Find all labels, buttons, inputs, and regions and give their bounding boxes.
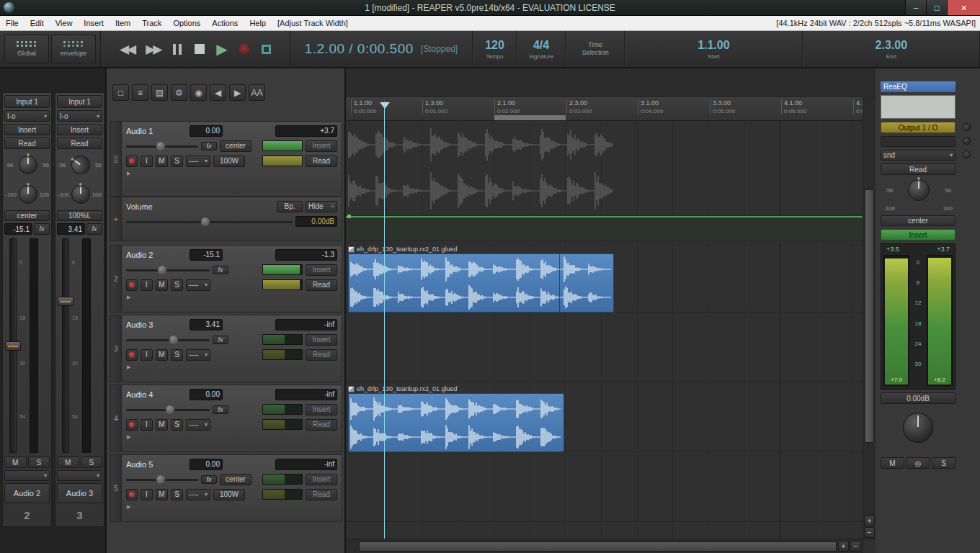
- routing-button[interactable]: I-o▾: [4, 110, 50, 122]
- record-button[interactable]: [239, 39, 250, 59]
- envelope-value[interactable]: 0.00dB: [295, 216, 337, 227]
- expand-arrow-icon[interactable]: ▶: [126, 503, 337, 511]
- pause-button[interactable]: [172, 39, 183, 59]
- audio-item-track1[interactable]: [348, 124, 614, 213]
- new-file-icon[interactable]: □: [112, 84, 129, 101]
- track-lane-2[interactable]: eh_drlp_130_tearitup.rx2_01 glued: [346, 245, 863, 313]
- fx-chain-empty[interactable]: [881, 95, 956, 119]
- track-volume-value[interactable]: -15.1: [190, 249, 223, 261]
- prev-icon[interactable]: ◀: [210, 84, 226, 101]
- solo-button[interactable]: S: [171, 349, 183, 361]
- pan-knob[interactable]: [68, 152, 94, 178]
- fx-button[interactable]: fx: [34, 223, 50, 235]
- pan-display[interactable]: center: [220, 474, 251, 485]
- record-arm-button[interactable]: [126, 279, 138, 291]
- track-drag-handle[interactable]: ⣿: [110, 121, 121, 197]
- horizontal-scroll-handle[interactable]: [359, 541, 837, 552]
- envelope-drag-handle[interactable]: +: [110, 197, 121, 241]
- arrange-view[interactable]: 1.1.000:00.000 1.3.000:01.000 2.1.000:02…: [346, 68, 876, 553]
- record-mode-dropdown[interactable]: ----▾: [186, 489, 210, 500]
- gear-icon[interactable]: ⚙: [171, 84, 187, 101]
- volume-value[interactable]: 3.41: [57, 223, 85, 235]
- fx-slot-dropdown[interactable]: ▾: [4, 470, 50, 481]
- width-display[interactable]: 100W: [213, 489, 245, 500]
- global-automation-button[interactable]: Global: [4, 35, 49, 63]
- insert-fx-button[interactable]: Insert: [57, 124, 102, 135]
- close-button[interactable]: ×: [947, 0, 980, 15]
- tempo-value[interactable]: 120: [485, 39, 504, 52]
- track-volume-value[interactable]: 0.00: [190, 389, 223, 400]
- menu-options[interactable]: Options: [167, 16, 206, 30]
- insert-fx-button[interactable]: Insert: [306, 404, 337, 415]
- menu-insert[interactable]: Insert: [78, 16, 110, 30]
- audio-item-track2[interactable]: eh_drlp_130_tearitup.rx2_01 glued: [348, 245, 614, 313]
- insert-fx-button[interactable]: Insert: [306, 140, 337, 152]
- fx-button[interactable]: fx: [213, 336, 228, 344]
- menu-edit[interactable]: Edit: [24, 16, 50, 30]
- record-mode-dropdown[interactable]: ----▾: [186, 156, 210, 167]
- track-volume-fader[interactable]: [126, 265, 210, 275]
- solo-button[interactable]: S: [171, 489, 183, 500]
- routing-button[interactable]: I-o▾: [57, 110, 102, 122]
- envelope-bypass-button[interactable]: Bp.: [277, 201, 303, 212]
- envelope-point[interactable]: [347, 215, 351, 218]
- track-lane-5[interactable]: [346, 454, 863, 522]
- pan-knob[interactable]: [19, 156, 37, 174]
- stop-button[interactable]: [195, 39, 205, 59]
- fx-slot-reaeq[interactable]: ReaEQ: [881, 81, 956, 92]
- insert-fx-button[interactable]: Insert: [881, 229, 956, 240]
- repeat-button[interactable]: [262, 39, 271, 59]
- track-name[interactable]: Audio 3: [126, 320, 187, 329]
- record-arm-button[interactable]: [126, 419, 138, 431]
- expand-arrow-icon[interactable]: ▶: [126, 433, 337, 441]
- track-name[interactable]: Audio 4: [126, 390, 187, 399]
- menu-actions[interactable]: Actions: [206, 16, 244, 30]
- send-dropdown[interactable]: snd▾: [881, 150, 956, 161]
- pan-display[interactable]: 100%L: [57, 210, 102, 221]
- solo-button[interactable]: S: [171, 279, 183, 291]
- fx-slot-dropdown[interactable]: ▾: [57, 470, 102, 481]
- input-monitor-button[interactable]: I: [141, 279, 153, 291]
- width-display[interactable]: 100W: [213, 156, 245, 167]
- automation-read-button[interactable]: Read: [306, 279, 337, 291]
- pan-display[interactable]: center: [4, 210, 50, 221]
- record-arm-button[interactable]: [126, 349, 138, 361]
- master-volume-value[interactable]: 0.00dB: [881, 392, 956, 404]
- envelope-value-fader[interactable]: [126, 217, 293, 227]
- envelope-line[interactable]: [346, 216, 863, 217]
- automation-read-button[interactable]: Read: [57, 138, 102, 149]
- fx-button[interactable]: fx: [201, 475, 217, 484]
- pan-display[interactable]: center: [220, 140, 251, 152]
- led-icon[interactable]: [963, 123, 971, 131]
- record-arm-button[interactable]: [126, 156, 138, 167]
- go-to-start-button[interactable]: ◀◀: [120, 39, 134, 59]
- record-arm-button[interactable]: [126, 489, 138, 500]
- track-name[interactable]: Audio 5: [126, 460, 187, 469]
- zoom-in-vertical-button[interactable]: +: [864, 516, 875, 526]
- zoom-out-button[interactable]: −: [850, 541, 861, 552]
- track-number[interactable]: 2: [110, 245, 121, 313]
- pan-display[interactable]: center: [881, 215, 956, 226]
- mute-button[interactable]: M: [156, 489, 168, 500]
- input-monitor-button[interactable]: I: [141, 489, 153, 500]
- track-number[interactable]: 3: [110, 315, 121, 382]
- tempo-box[interactable]: 120 Tempo: [473, 31, 517, 67]
- play-button[interactable]: ▶: [216, 39, 227, 59]
- master-mute-button[interactable]: M: [881, 457, 904, 469]
- track-lane-4[interactable]: eh_drlp_130_tearitup.rx2_01 glued: [346, 385, 863, 452]
- track-volume-value[interactable]: 3.41: [190, 319, 223, 331]
- volume-envelope-lane[interactable]: [346, 216, 863, 241]
- mute-button[interactable]: M: [4, 457, 27, 468]
- mute-button[interactable]: M: [156, 279, 168, 291]
- menu-track[interactable]: Track: [136, 16, 167, 30]
- track-volume-fader[interactable]: [126, 141, 198, 151]
- vertical-scroll-handle[interactable]: [865, 189, 874, 443]
- fx-button[interactable]: fx: [213, 266, 228, 274]
- automation-read-button[interactable]: Read: [306, 349, 337, 361]
- empty-slot[interactable]: [881, 136, 956, 147]
- output-routing-button[interactable]: Output 1 / O: [881, 122, 956, 133]
- track-volume-fader[interactable]: [126, 405, 210, 415]
- expand-arrow-icon[interactable]: ▶: [126, 170, 337, 177]
- strip-track-name[interactable]: Audio 2: [4, 483, 50, 503]
- selection-start-value[interactable]: 1.1.00: [698, 39, 729, 52]
